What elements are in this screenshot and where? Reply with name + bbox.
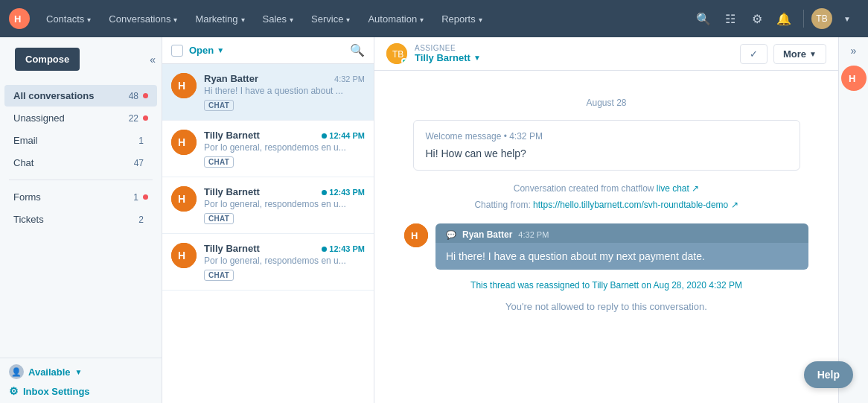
unread-dot — [143, 93, 148, 98]
nav-divider — [803, 10, 804, 28]
chevron-down-icon — [290, 13, 293, 25]
assignee-name-button[interactable]: Tilly Barnett ▼ — [415, 52, 481, 63]
left-sidebar: Compose « All conversations 48 Unassigne… — [0, 37, 162, 403]
right-panel-collapse-button[interactable]: » — [851, 45, 857, 57]
nav-item-contacts[interactable]: Contacts — [39, 9, 98, 29]
svg-text:H: H — [178, 250, 185, 261]
notifications-icon-btn[interactable]: 🔔 — [772, 7, 796, 31]
open-filter-button[interactable]: Open ▼ — [189, 45, 224, 56]
sidebar-item-forms[interactable]: Forms 1 — [4, 186, 157, 208]
chevron-down-icon — [420, 13, 424, 25]
chat-meta: Conversation created from chatflow live … — [404, 181, 808, 213]
sidebar-item-unassigned[interactable]: Unassigned 22 — [4, 107, 157, 129]
gear-icon: ⚙ — [9, 385, 19, 397]
svg-text:H: H — [178, 80, 185, 92]
conversation-item[interactable]: H Tilly Barnett 12:43 PM Por lo general,… — [162, 177, 374, 234]
user-icon: 👤 — [9, 364, 24, 379]
user-avatar[interactable]: TB — [811, 8, 832, 29]
chat-bubble-text: Hi there! I have a question about my nex… — [435, 243, 808, 270]
chat-header: TB Assignee Tilly Barnett ▼ ✓ More ▼ — [374, 37, 838, 71]
compose-row: Compose « — [0, 37, 162, 81]
chat-main: TB Assignee Tilly Barnett ▼ ✓ More ▼ — [374, 37, 838, 403]
svg-text:H: H — [14, 13, 21, 25]
unread-dot — [143, 115, 148, 121]
sender-avatar: H — [404, 223, 428, 247]
hubspot-logo[interactable]: H — [9, 8, 30, 29]
nav-item-marketing[interactable]: Marketing — [188, 9, 252, 29]
chevron-down-icon: ▼ — [809, 50, 817, 58]
nav-item-sales[interactable]: Sales — [255, 9, 301, 29]
conversation-item[interactable]: H Tilly Barnett 12:43 PM Por lo general,… — [162, 234, 374, 291]
svg-text:H: H — [411, 230, 418, 241]
date-divider: August 28 — [404, 98, 808, 108]
assignee-status-dot — [401, 58, 407, 64]
search-icon-btn[interactable]: 🔍 — [692, 7, 715, 31]
chevron-down-icon: ▼ — [473, 54, 481, 62]
chevron-down-icon — [346, 13, 350, 25]
chevron-down-icon — [87, 13, 91, 25]
top-nav: H Contacts Conversations Marketing Sales… — [0, 0, 868, 37]
chevron-down-icon — [479, 13, 482, 25]
sidebar-item-chat[interactable]: Chat 47 — [4, 152, 157, 174]
main-layout: Compose « All conversations 48 Unassigne… — [0, 37, 868, 403]
no-reply-note: You're not allowed to reply to this conv… — [404, 301, 808, 312]
conversation-item[interactable]: H Ryan Batter 4:32 PM Hi there! I have a… — [162, 64, 374, 121]
sidebar-collapse-button[interactable]: « — [147, 51, 159, 69]
account-chevron[interactable]: ▼ — [835, 7, 859, 31]
conv-list-header: Open ▼ 🔍 — [162, 37, 374, 64]
help-button[interactable]: Help — [804, 361, 853, 388]
chevron-down-icon — [241, 13, 245, 25]
conversation-item[interactable]: H Tilly Barnett 12:44 PM Por lo general,… — [162, 121, 374, 177]
compose-button[interactable]: Compose — [15, 48, 80, 71]
sidebar-divider — [9, 180, 153, 180]
check-button[interactable]: ✓ — [740, 44, 768, 64]
live-chat-link[interactable]: live chat ↗ — [657, 183, 699, 194]
sidebar-item-email[interactable]: Email 1 — [4, 130, 157, 151]
welcome-message-box: Welcome message • 4:32 PM Hi! How can we… — [413, 120, 800, 171]
avatar: H — [171, 73, 197, 98]
assignee-info: Assignee Tilly Barnett ▼ — [415, 44, 481, 63]
unread-dot — [143, 194, 148, 200]
svg-text:H: H — [849, 73, 855, 84]
svg-text:H: H — [178, 193, 185, 205]
nav-item-conversations[interactable]: Conversations — [101, 9, 185, 29]
chevron-down-icon — [173, 13, 177, 25]
right-collapse-panel: » H — [838, 37, 868, 403]
nav-item-automation[interactable]: Automation — [360, 9, 431, 29]
settings-icon-btn[interactable]: ⚙ — [745, 7, 769, 31]
available-status-button[interactable]: 👤 Available ▼ — [9, 364, 153, 379]
chat-header-actions: ✓ More ▼ — [740, 44, 826, 64]
svg-text:H: H — [178, 136, 185, 148]
sidebar-item-all-conversations[interactable]: All conversations 48 — [4, 85, 157, 107]
more-button[interactable]: More ▼ — [773, 44, 826, 64]
reassign-note: This thread was reassigned to Tilly Barn… — [404, 280, 808, 291]
welcome-message-header: Welcome message • 4:32 PM — [426, 131, 788, 142]
avatar: H — [171, 130, 197, 155]
search-conversations-button[interactable]: 🔍 — [350, 43, 365, 57]
welcome-message-text: Hi! How can we help? — [426, 147, 788, 159]
chat-icon: 💬 — [446, 230, 456, 240]
select-all-checkbox[interactable] — [171, 45, 183, 57]
avatar: H — [171, 186, 197, 212]
sidebar-item-tickets[interactable]: Tickets 2 — [4, 209, 157, 230]
chatting-from-link[interactable]: https://hello.tillybarnett.com/svh-round… — [533, 200, 738, 210]
conversation-list: Open ▼ 🔍 H Ryan Batter 4:32 PM Hi there!… — [162, 37, 374, 403]
sidebar-bottom: 👤 Available ▼ ⚙ Inbox Settings — [0, 358, 162, 403]
inbox-settings-link[interactable]: ⚙ Inbox Settings — [9, 385, 153, 397]
chat-bubble-row: H 💬 Ryan Batter 4:32 PM Hi there! I have… — [404, 223, 808, 270]
chevron-down-icon: ▼ — [75, 368, 83, 376]
nav-item-service[interactable]: Service — [304, 9, 357, 29]
avatar: H — [171, 243, 197, 268]
assignee-avatar: TB — [386, 43, 407, 64]
hubspot-icon-button[interactable]: H — [841, 66, 867, 91]
chat-body: August 28 Welcome message • 4:32 PM Hi! … — [374, 71, 838, 403]
sidebar-nav: All conversations 48 Unassigned 22 Email… — [0, 81, 162, 358]
chevron-down-icon: ▼ — [217, 46, 224, 54]
nav-item-reports[interactable]: Reports — [434, 9, 490, 29]
marketplace-icon-btn[interactable]: ☷ — [718, 7, 742, 31]
